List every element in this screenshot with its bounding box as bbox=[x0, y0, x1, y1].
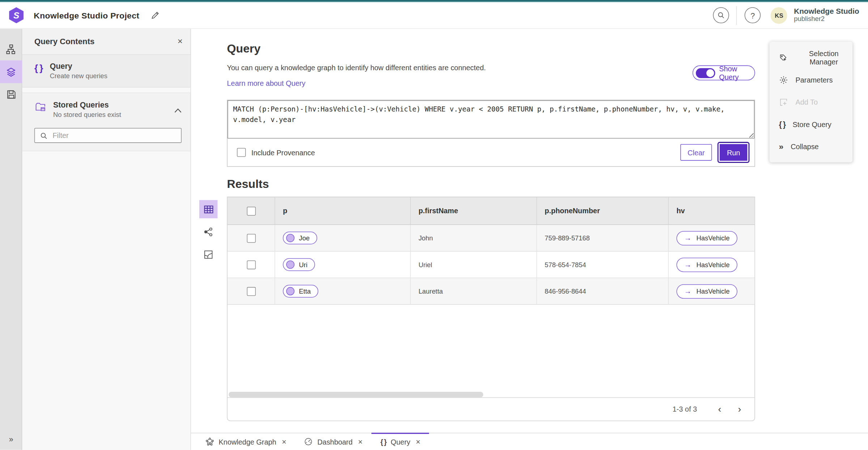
stored-queries-section: Stored Queries No stored queries exist bbox=[22, 93, 190, 151]
collapse-menu-button[interactable]: » Collapse bbox=[770, 135, 853, 157]
edit-project-title-button[interactable] bbox=[150, 10, 160, 20]
entity-pill[interactable]: Uri bbox=[283, 258, 315, 271]
menu-item-label: Add To bbox=[795, 98, 818, 106]
tab-query[interactable]: { } Query × bbox=[371, 433, 429, 450]
table-icon bbox=[203, 204, 214, 215]
entity-node-icon bbox=[286, 234, 294, 242]
stored-queries-header[interactable]: Stored Queries No stored queries exist bbox=[34, 100, 182, 119]
page-description: You can query a knowledge graph to ident… bbox=[227, 64, 486, 72]
menu-item-label: Collapse bbox=[791, 142, 818, 151]
map-view-button[interactable] bbox=[199, 245, 218, 264]
app-logo[interactable]: S bbox=[8, 7, 24, 24]
relationship-label: HasVehicle bbox=[697, 234, 730, 242]
topbar-divider bbox=[736, 6, 737, 25]
entity-label: Etta bbox=[299, 287, 311, 295]
entity-pill[interactable]: Joe bbox=[283, 232, 317, 244]
column-header[interactable]: p.firstName bbox=[410, 197, 536, 224]
panel-empty-area bbox=[22, 151, 190, 450]
map-icon bbox=[203, 249, 214, 260]
previous-page-button[interactable]: ‹ bbox=[712, 402, 727, 416]
cell-firstname: John bbox=[410, 225, 536, 251]
next-page-button[interactable]: › bbox=[732, 402, 747, 416]
relationship-pill[interactable]: → HasVehicle bbox=[676, 257, 737, 272]
product-name: Knowledge Studio bbox=[794, 7, 859, 16]
table-row: Etta Lauretta 846-956-8644 → HasVehicle bbox=[227, 278, 754, 304]
column-header[interactable]: p.phoneNumber bbox=[536, 197, 668, 224]
pagination-label: 1-3 of 3 bbox=[673, 405, 697, 413]
entity-label: Joe bbox=[299, 234, 310, 242]
search-button[interactable] bbox=[713, 7, 729, 23]
include-provenance-checkbox[interactable] bbox=[237, 148, 246, 157]
bottom-tab-bar: Knowledge Graph × Dashboard × { } Query … bbox=[191, 433, 868, 450]
show-query-toggle[interactable]: Show Query bbox=[693, 66, 755, 80]
query-actions-row: Include Provenance Clear Run bbox=[227, 139, 754, 167]
store-query-button[interactable]: { } Store Query bbox=[770, 113, 853, 135]
sidebar-item-query[interactable]: { } Query Create new queries bbox=[22, 55, 190, 88]
select-all-checkbox[interactable] bbox=[247, 206, 255, 215]
close-tab-icon[interactable]: × bbox=[358, 437, 363, 446]
user-block: Knowledge Studio publisher2 bbox=[794, 7, 859, 24]
query-editor-card: MATCH (p:Person)-[hv:HasVehicle]->(v:Veh… bbox=[227, 100, 755, 167]
pencil-icon bbox=[150, 10, 160, 20]
toggle-switch[interactable] bbox=[696, 68, 715, 78]
panel-title: Query Contents bbox=[34, 37, 94, 46]
row-checkbox[interactable] bbox=[247, 234, 255, 242]
filter-input[interactable] bbox=[52, 131, 176, 140]
sidebar-item-knowledge-graph[interactable] bbox=[0, 38, 22, 60]
query-item-label: Query bbox=[50, 62, 107, 70]
query-tools-menu: Selection Manager Parameters Add To { } … bbox=[770, 42, 853, 163]
arrow-right-icon: → bbox=[684, 261, 692, 268]
graph-view-button[interactable] bbox=[199, 223, 218, 241]
row-checkbox[interactable] bbox=[247, 287, 255, 295]
close-tab-icon[interactable]: × bbox=[282, 437, 286, 446]
table-view-button[interactable] bbox=[199, 200, 218, 219]
cell-phonenumber: 578-654-7854 bbox=[536, 252, 668, 278]
toggle-knob bbox=[706, 69, 714, 77]
cell-firstname: Lauretta bbox=[410, 278, 536, 304]
top-bar: S Knowledge Studio Project ? bbox=[0, 0, 868, 29]
column-header[interactable]: p bbox=[275, 197, 410, 224]
column-header[interactable]: hv bbox=[668, 197, 754, 224]
clear-button[interactable]: Clear bbox=[680, 144, 712, 161]
chevron-up-icon bbox=[174, 108, 182, 113]
panel-close-button[interactable]: × bbox=[178, 37, 183, 46]
close-icon: × bbox=[178, 37, 183, 46]
gear-icon bbox=[779, 75, 788, 84]
query-contents-panel: Query Contents × { } Query Create new qu… bbox=[22, 29, 191, 450]
layers-icon bbox=[5, 66, 17, 77]
sidebar-item-query-contents[interactable] bbox=[0, 60, 22, 83]
selection-manager-icon bbox=[779, 53, 788, 62]
horizontal-scrollbar-thumb[interactable] bbox=[229, 392, 483, 397]
tab-label: Knowledge Graph bbox=[219, 437, 276, 446]
parameters-button[interactable]: Parameters bbox=[770, 69, 853, 91]
search-icon bbox=[717, 11, 726, 20]
row-checkbox[interactable] bbox=[247, 260, 255, 269]
hexagon-logo-icon: S bbox=[8, 7, 24, 24]
braces-icon: { } bbox=[380, 437, 386, 446]
chevron-right-icon: › bbox=[738, 404, 741, 415]
table-header-row: p p.firstName p.phoneNumber hv bbox=[227, 197, 754, 225]
show-query-label: Show Query bbox=[719, 64, 749, 81]
add-to-icon bbox=[779, 97, 788, 107]
avatar[interactable]: KS bbox=[771, 7, 787, 24]
results-view-switcher bbox=[199, 200, 218, 264]
relationship-pill[interactable]: → HasVehicle bbox=[676, 231, 737, 245]
chevron-left-icon: ‹ bbox=[718, 404, 721, 415]
tab-dashboard[interactable]: Dashboard × bbox=[295, 433, 371, 450]
relationship-pill[interactable]: → HasVehicle bbox=[676, 284, 737, 298]
rail-expand-button[interactable]: » bbox=[0, 432, 22, 447]
arrow-right-icon: → bbox=[684, 234, 692, 241]
include-provenance-label: Include Provenance bbox=[251, 148, 315, 156]
entity-pill[interactable]: Etta bbox=[283, 285, 319, 298]
stored-queries-collapse-button[interactable] bbox=[174, 100, 182, 119]
close-tab-icon[interactable]: × bbox=[416, 437, 421, 446]
query-textarea[interactable]: MATCH (p:Person)-[hv:HasVehicle]->(v:Veh… bbox=[227, 100, 754, 139]
selection-manager-button[interactable]: Selection Manager bbox=[770, 47, 853, 69]
help-button[interactable]: ? bbox=[745, 7, 761, 23]
graph-network-icon bbox=[203, 227, 214, 237]
tab-knowledge-graph[interactable]: Knowledge Graph × bbox=[196, 433, 295, 450]
learn-more-link[interactable]: Learn more about Query bbox=[227, 79, 306, 88]
run-button[interactable]: Run bbox=[719, 143, 748, 162]
sidebar-item-saved[interactable] bbox=[0, 83, 22, 106]
app-window: S Knowledge Studio Project ? bbox=[0, 0, 868, 450]
